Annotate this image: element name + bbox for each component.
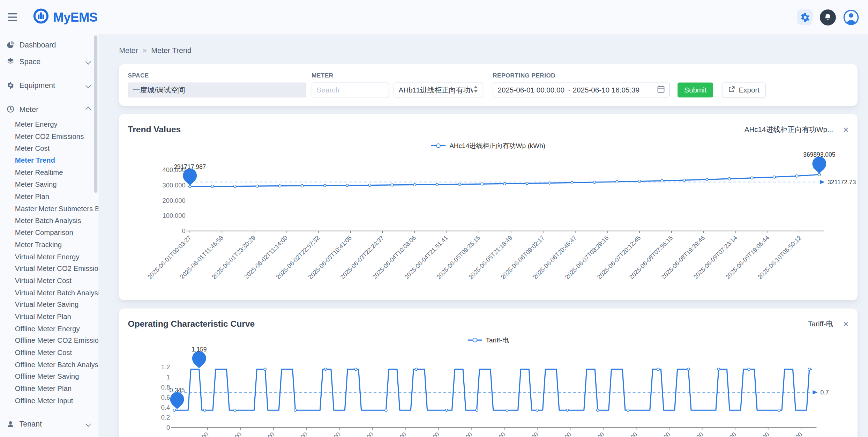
sidebar-item-meter-plan[interactable]: Meter Plan — [0, 191, 98, 202]
sidebar-item-meter-saving[interactable]: Meter Saving — [0, 179, 98, 191]
meter-select-value: AHb11进线柜正向有功Wp — [398, 85, 473, 95]
trend-chart[interactable]: 0100,000200,000300,000400,0002025-06-01T… — [128, 153, 849, 292]
export-button-label: Export — [739, 86, 760, 94]
myems-logo[interactable]: MyEMS — [33, 8, 98, 27]
sidebar-item-meter-energy[interactable]: Meter Energy — [0, 119, 98, 131]
sidebar-item-meter-comparison[interactable]: Meter Comparison — [0, 227, 98, 238]
sidebar-item-meter-tracking[interactable]: Meter Tracking — [0, 239, 98, 251]
svg-text:0.2: 0.2 — [161, 414, 170, 421]
reporting-period-input[interactable]: 2025-06-01 00:00:00 ~ 2025-06-10 16:05:3… — [493, 82, 670, 97]
main-content: Meter » Meter Trend SPACE METER AHb11进线柜… — [98, 0, 868, 437]
sidebar-item-offline-meter-input[interactable]: Offline Meter Input — [0, 395, 98, 407]
pie-chart-icon — [6, 41, 14, 49]
occ-legend[interactable]: Tariff-电 — [128, 335, 849, 345]
sidebar-scrollbar[interactable] — [94, 36, 98, 193]
sidebar-item-meter-cost[interactable]: Meter Cost — [0, 142, 98, 154]
sidebar-item-virtual-meter-plan[interactable]: Virtual Meter Plan — [0, 311, 98, 323]
chevron-down-icon — [85, 82, 91, 88]
sidebar: DashboardSpaceEquipmentMeterMeter Energy… — [0, 34, 98, 437]
close-icon[interactable]: × — [843, 125, 849, 134]
select-caret-icon — [473, 85, 478, 95]
myems-logo-icon — [33, 8, 50, 27]
svg-text:1.159: 1.159 — [192, 346, 207, 353]
chevron-up-icon — [85, 106, 91, 112]
layers-icon — [6, 57, 14, 66]
svg-text:0.6: 0.6 — [161, 394, 170, 401]
breadcrumb: Meter » Meter Trend — [119, 45, 858, 55]
sidebar-item-space[interactable]: Space — [0, 53, 98, 70]
svg-text:0.7: 0.7 — [820, 389, 829, 396]
sidebar-item-virtual-meter-saving[interactable]: Virtual Meter Saving — [0, 299, 98, 311]
notifications-bell-icon[interactable] — [820, 9, 836, 25]
svg-text:0.4: 0.4 — [161, 404, 170, 411]
meter-select[interactable]: AHb11进线柜正向有功Wp — [394, 82, 483, 97]
svg-text:369893.005: 369893.005 — [803, 151, 835, 158]
svg-text:0: 0 — [166, 424, 170, 431]
reporting-period-value: 2025-06-01 00:00:00 ~ 2025-06-10 16:05:3… — [497, 86, 639, 94]
operating-characteristic-card: Operating Characteristic Curve Tariff-电 … — [119, 309, 858, 437]
svg-text:1.2: 1.2 — [161, 363, 170, 371]
sidebar-item-meter[interactable]: Meter — [0, 101, 98, 118]
top-navbar: MyEMS — [0, 0, 868, 34]
sidebar-item-offline-meter-saving[interactable]: Offline Meter Saving — [0, 371, 98, 383]
sidebar-item-meter-trend[interactable]: Meter Trend — [0, 155, 98, 166]
chevron-down-icon — [85, 421, 91, 427]
svg-text:321172.73: 321172.73 — [828, 179, 856, 186]
trend-values-title: Trend Values — [128, 125, 181, 135]
user-avatar-icon[interactable] — [843, 9, 859, 25]
svg-text:0.345: 0.345 — [170, 387, 185, 394]
sidebar-item-virtual-meter-batch-analysis[interactable]: Virtual Meter Batch Analysis — [0, 287, 98, 298]
sidebar-item-offline-meter-cost[interactable]: Offline Meter Cost — [0, 347, 98, 358]
sidebar-item-offline-meter-plan[interactable]: Offline Meter Plan — [0, 383, 98, 395]
sidebar-item-offline-meter-batch-analysis[interactable]: Offline Meter Batch Analysis — [0, 359, 98, 371]
svg-text:291717.987: 291717.987 — [174, 163, 206, 170]
sidebar-item-dashboard[interactable]: Dashboard — [0, 37, 98, 53]
sidebar-item-tenant[interactable]: Tenant — [0, 416, 98, 432]
user-icon — [6, 420, 14, 428]
sidebar-item-meter-realtime[interactable]: Meter Realtime — [0, 166, 98, 178]
legend-line-icon — [467, 340, 482, 341]
sidebar-item-master-meter-submeters-balance[interactable]: Master Meter Submeters Balance — [0, 202, 98, 214]
trend-legend[interactable]: AHc14进线柜正向有功Wp (kWh) — [128, 141, 849, 151]
brand-name: MyEMS — [53, 10, 97, 25]
space-input[interactable] — [128, 82, 306, 97]
occ-series-selector[interactable]: Tariff-电 — [808, 319, 833, 329]
occ-legend-label: Tariff-电 — [486, 335, 509, 345]
breadcrumb-current-meter-trend: Meter Trend — [151, 46, 191, 54]
occ-chart[interactable]: 00.20.40.60.811.22025-06-01T12:00:002025… — [128, 347, 849, 437]
svg-text:0: 0 — [182, 227, 185, 235]
app-root: MyEMS DashboardSpaceEquipmentMeterMeter … — [0, 0, 868, 437]
svg-text:200,000: 200,000 — [163, 197, 186, 204]
sidebar-item-virtual-meter-co2-emissions[interactable]: Virtual Meter CO2 Emissions — [0, 262, 98, 274]
sidebar-item-offline-meter-energy[interactable]: Offline Meter Energy — [0, 323, 98, 335]
submit-button[interactable]: Submit — [678, 82, 713, 97]
export-icon — [728, 86, 735, 94]
meter-label: METER — [312, 72, 483, 79]
settings-gear-icon[interactable] — [797, 9, 813, 25]
sidebar-item-virtual-meter-energy[interactable]: Virtual Meter Energy — [0, 251, 98, 262]
export-button[interactable]: Export — [722, 82, 766, 97]
chevron-down-icon — [85, 59, 91, 64]
trend-values-card: Trend Values AHc14进线柜正向有功Wp... × AHc14进线… — [119, 114, 858, 300]
menu-icon[interactable] — [8, 13, 20, 21]
sidebar-item-offline-meter-co2-emissions[interactable]: Offline Meter CO2 Emissions — [0, 335, 98, 347]
trend-series-selector[interactable]: AHc14进线柜正向有功Wp... — [744, 125, 833, 135]
breadcrumb-separator-icon: » — [143, 46, 147, 54]
svg-text:1: 1 — [166, 373, 170, 381]
svg-text:2025-06-01T12:00:00: 2025-06-01T12:00:00 — [164, 431, 210, 437]
trend-legend-label: AHc14进线柜正向有功Wp (kWh) — [449, 141, 545, 150]
sidebar-item-virtual-meter-cost[interactable]: Virtual Meter Cost — [0, 275, 98, 287]
breadcrumb-link-meter[interactable]: Meter — [119, 46, 138, 54]
space-label: SPACE — [128, 72, 306, 79]
sidebar-item-meter-co2-emissions[interactable]: Meter CO2 Emissions — [0, 131, 98, 142]
occ-title: Operating Characteristic Curve — [128, 319, 255, 329]
sidebar-nav: DashboardSpaceEquipmentMeterMeter Energy… — [0, 34, 98, 432]
filter-panel: SPACE METER AHb11进线柜正向有功Wp REPORTING PER… — [119, 64, 858, 106]
sidebar-item-meter-batch-analysis[interactable]: Meter Batch Analysis — [0, 215, 98, 227]
close-icon[interactable]: × — [843, 319, 849, 329]
legend-line-icon — [431, 145, 446, 146]
calendar-icon — [657, 85, 665, 95]
gauge-icon — [6, 105, 14, 113]
sidebar-item-equipment[interactable]: Equipment — [0, 77, 98, 94]
meter-search-input[interactable] — [312, 82, 389, 97]
